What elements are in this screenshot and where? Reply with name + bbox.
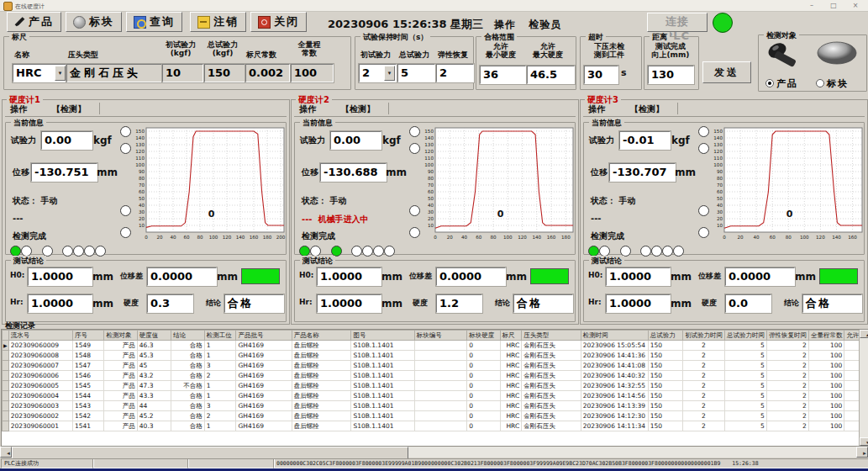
minimize-button[interactable]: –: [802, 1, 821, 10]
maximize-button[interactable]: □: [824, 1, 843, 10]
column-header[interactable]: 总试验力: [648, 331, 682, 341]
force-value-field: -0.01: [619, 131, 671, 150]
column-header[interactable]: 弹性恢复时间: [766, 331, 808, 341]
send-button[interactable]: 发送: [702, 61, 751, 83]
status-text: 状态： 手动: [302, 195, 346, 207]
row-selector[interactable]: [3, 361, 9, 371]
svg-text:30: 30: [717, 209, 723, 214]
svg-text:50: 50: [428, 196, 434, 201]
table-row[interactable]: ▶2023090600091549产品46.3合格1GH4169盘后螺栓S10B…: [3, 341, 868, 351]
min-hardness-input[interactable]: 36: [480, 66, 526, 84]
row-selector[interactable]: [3, 411, 9, 421]
force-value-field: 0.00: [41, 131, 92, 150]
status-text: 状态： 手动: [591, 195, 635, 207]
row-selector[interactable]: [3, 381, 9, 391]
column-header[interactable]: 检测对象: [104, 331, 137, 341]
column-header[interactable]: 标尺: [500, 331, 521, 341]
connect-plc-button[interactable]: 连接PLC: [647, 13, 708, 32]
window-titlebar: 在线硬度计 – □ ×: [0, 0, 868, 12]
table-row[interactable]: 2023090600011541产品40.3合格1GH4169盘后螺栓S10B.…: [3, 421, 868, 431]
toolbar-button-block[interactable]: 标块: [66, 12, 122, 32]
scrollbar-thumb[interactable]: [12, 447, 408, 459]
table-cell: 产品: [104, 391, 137, 401]
menu-operate[interactable]: 操作: [299, 103, 316, 115]
chevron-down-icon[interactable]: ▼: [55, 66, 66, 81]
max-hardness-input[interactable]: 46.5: [527, 66, 575, 84]
total-force-field: 150: [204, 64, 245, 82]
svg-text:0: 0: [434, 235, 437, 240]
column-header[interactable]: 硬度值: [137, 331, 171, 341]
scroll-right-icon[interactable]: ►: [856, 447, 868, 458]
menu-operate[interactable]: 操作: [588, 103, 605, 115]
column-header[interactable]: 结论: [171, 331, 205, 341]
radio-icon: [765, 79, 774, 87]
scroll-down-icon[interactable]: ▼: [860, 437, 868, 446]
distance-input[interactable]: 130: [648, 66, 694, 84]
menu-detect[interactable]: 【检测】: [630, 103, 664, 115]
table-cell: [414, 371, 467, 381]
column-header[interactable]: 总试验力时间: [724, 331, 766, 341]
column-header[interactable]: 产品名称: [292, 331, 351, 341]
indenter-type-field: 金刚石压头: [66, 64, 163, 82]
column-header[interactable]: 检测时间: [581, 331, 648, 341]
column-header[interactable]: 标块编号: [414, 331, 467, 341]
row-selector[interactable]: [3, 371, 9, 381]
window-title: 在线硬度计: [15, 3, 45, 11]
svg-text:140: 140: [713, 135, 723, 140]
table-row[interactable]: 2023090600021542产品45.2合格2GH4169盘后螺栓S10B.…: [3, 411, 868, 421]
svg-text:50: 50: [139, 196, 145, 201]
table-cell: 0: [467, 371, 500, 381]
table-row[interactable]: 2023090600041544产品43.3合格1GH4169盘后螺栓S10B.…: [3, 391, 868, 401]
table-row[interactable]: 2023090600071547产品45合格3GH4169盘后螺栓S10B.1.…: [3, 361, 868, 371]
scroll-left-icon[interactable]: ◄: [0, 447, 12, 458]
radio-target-block[interactable]: 标块: [816, 74, 849, 90]
status-time: 15:26:38: [732, 460, 758, 467]
column-header[interactable]: 标块硬度: [467, 331, 500, 341]
scroll-up-icon[interactable]: ▲: [860, 330, 868, 338]
menu-detect[interactable]: 【检测】: [341, 103, 375, 115]
radio-target-product[interactable]: 产品: [765, 74, 798, 90]
table-cell: 1549: [73, 341, 104, 351]
row-selector[interactable]: [3, 351, 9, 361]
column-header[interactable]: 产品批号: [236, 331, 292, 341]
menu-operate[interactable]: 操作: [10, 103, 27, 115]
scale-constant-field: 0.002: [245, 64, 290, 82]
column-header[interactable]: 流水号: [8, 331, 72, 341]
table-row[interactable]: 2023090600081548产品45.3合格1GH4169盘后螺栓S10B.…: [3, 351, 868, 361]
hold-time-2-input[interactable]: 2: [436, 64, 474, 82]
vertical-scrollbar[interactable]: ▲ ▼: [859, 330, 868, 446]
svg-text:20: 20: [717, 216, 723, 221]
column-header[interactable]: 序号: [73, 331, 104, 341]
column-header[interactable]: 全量程常数: [808, 331, 844, 341]
column-header[interactable]: 初试验力时间: [682, 331, 724, 341]
menu-detect[interactable]: 【检测】: [52, 103, 86, 115]
row-selector[interactable]: [3, 391, 9, 401]
column-header[interactable]: 图号: [351, 331, 414, 341]
column-header[interactable]: 压头类型: [522, 331, 581, 341]
row-selector[interactable]: [3, 421, 9, 431]
timeout-input[interactable]: 30: [584, 66, 618, 84]
horizontal-scrollbar[interactable]: ◄ ►: [0, 447, 868, 458]
table-row[interactable]: 2023090600061546产品43.2合格2GH4169盘后螺栓S10B.…: [3, 371, 868, 381]
toolbar-button-logout[interactable]: 注销: [190, 12, 246, 32]
row-selector[interactable]: ▶: [3, 341, 9, 351]
ruler-name-combobox[interactable]: HRC ▼: [13, 64, 67, 82]
records-table-area: 流水号序号检测对象硬度值结论检测工位产品批号产品名称图号标块编号标块硬度标尺压头…: [1, 329, 868, 447]
channel-indicator-2: [120, 143, 131, 154]
table-cell: HRC: [500, 341, 521, 351]
toolbar-button-close[interactable]: 关闭: [250, 12, 307, 32]
status-indicator-5: [73, 246, 84, 257]
table-row[interactable]: 2023090600051545产品47.3不合格1GH4169盘后螺栓S10B…: [3, 381, 868, 391]
row-selector[interactable]: [3, 401, 9, 411]
table-row[interactable]: 2023090600031543产品44合格3GH4169盘后螺栓S10B.1.…: [3, 401, 868, 411]
hold-time-0-input[interactable]: 2▼: [359, 64, 397, 82]
chevron-down-icon[interactable]: ▼: [384, 66, 395, 81]
channel-indicator-3: [698, 205, 709, 216]
toolbar-button-query[interactable]: 查询: [126, 12, 182, 32]
column-header[interactable]: 检测工位: [204, 331, 236, 341]
table-cell: [414, 341, 467, 351]
hold-time-1-input[interactable]: 5: [397, 64, 435, 82]
toolbar-button-product[interactable]: 产品: [7, 12, 61, 32]
close-button[interactable]: ×: [846, 1, 865, 10]
svg-text:10: 10: [717, 223, 723, 228]
